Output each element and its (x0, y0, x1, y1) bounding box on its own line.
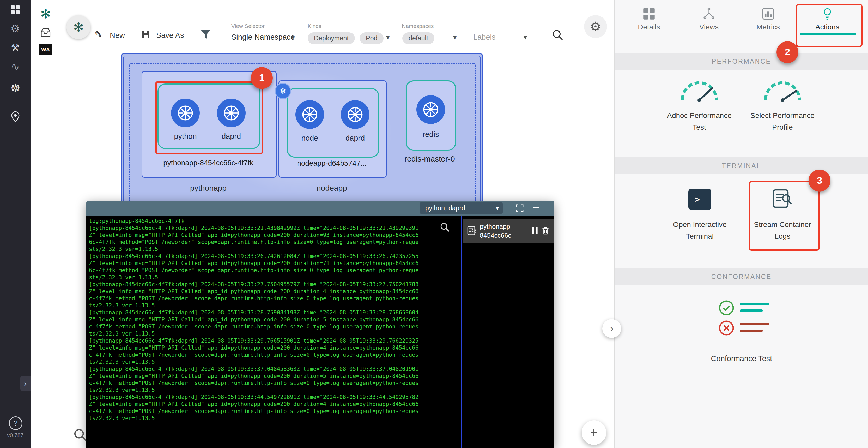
kanvas-flower-button[interactable]: ✻ (66, 15, 91, 39)
add-node-fab[interactable]: + (582, 420, 606, 445)
log-line: ts/2.32.3 ver=1.13.5 (89, 330, 459, 337)
deployment-name-label: pythonapp (142, 184, 275, 192)
dock-collapse-chevron[interactable]: › (602, 319, 621, 338)
lifecycle-gears-icon[interactable]: ⚙ (0, 23, 31, 34)
performance-curve-icon[interactable]: ∿ (0, 61, 31, 72)
pod-box-pythonapp[interactable]: python daprd (157, 84, 260, 149)
log-line: Z" level=info msg="HTTP API Called" app_… (89, 372, 459, 380)
tab-metrics[interactable]: Metrics (737, 3, 799, 35)
log-line: sts/2.32.3 ver=1.13.5 (89, 246, 459, 253)
mesh-wheel-icon[interactable]: ☸ (0, 81, 31, 95)
log-line: 6c-4f7fk method="POST /neworder" scope=d… (89, 239, 459, 246)
pod-box-nodeapp[interactable]: node daprd (287, 88, 379, 158)
stream-item-name: pythonapp-8454cc66c (480, 222, 529, 240)
terminal-minimize-icon[interactable] (533, 207, 539, 208)
container-logs-icon (467, 225, 477, 237)
log-line: Z" level=info msg="HTTP API Called" app_… (89, 232, 459, 239)
log-search-icon[interactable] (440, 222, 450, 233)
log-line: c-4f7fk method="POST /neworder" scope=da… (89, 295, 459, 302)
help-button[interactable]: ? (9, 416, 23, 430)
view-selector-arrow-icon[interactable]: ▾ (291, 33, 294, 41)
log-line: log:pythonapp-8454cc66c-4f7fk (89, 218, 459, 225)
terminal-header[interactable]: python, daprd ▾ (86, 201, 554, 215)
log-line: [pythonapp-8454cc66c-4f7fk:daprd] 2024-0… (89, 394, 459, 401)
terminal-container-select-value: python, daprd (425, 204, 465, 212)
log-line: ts/2.32.3 ver=1.13.5 (89, 302, 459, 309)
log-line: [pythonapp-8454cc66c-4f7fk:daprd] 2024-0… (89, 365, 459, 372)
dapr-sidecar-icon[interactable]: ✻ (275, 83, 291, 99)
kubernetes-wheel-icon (222, 104, 240, 122)
dashboard-grid-icon[interactable] (0, 5, 31, 16)
log-line: [pythonapp-8454cc66c-4f7fk:daprd] 2024-0… (89, 337, 459, 345)
log-line: sts/2.32.3 ver=1.13.5 (89, 274, 459, 281)
log-line: ts/2.32.3 ver=1.13.5 (89, 415, 459, 422)
terminal-container-select[interactable]: python, daprd ▾ (420, 203, 503, 214)
tab-details[interactable]: Details (618, 3, 680, 35)
log-line: Z" level=info msg="HTTP API Called" app_… (89, 288, 459, 295)
pause-stream-icon[interactable] (531, 227, 539, 235)
terminal-select-arrow-icon: ▾ (496, 204, 499, 212)
fail-line (740, 323, 770, 325)
container-node-python[interactable] (171, 99, 200, 127)
location-pin-icon[interactable] (0, 111, 31, 124)
check-circle-icon (718, 300, 735, 316)
log-line: ts/2.32.3 ver=1.13.5 (89, 387, 459, 394)
container-label: python (164, 132, 206, 141)
log-line: 6c-4f7fk method="POST /neworder" scope=d… (89, 267, 459, 274)
annotation-badge-3: 3 (809, 170, 831, 191)
views-branch-icon (703, 7, 715, 20)
kind-chip-pod[interactable]: Pod (360, 32, 383, 44)
kanvas-logo-icon[interactable]: ✻ (31, 6, 61, 21)
kind-chip-deployment[interactable]: Deployment (308, 32, 355, 44)
kinds-arrow-icon[interactable]: ▾ (386, 33, 390, 41)
gauge-icon (677, 78, 721, 103)
stream-list-item-selected[interactable]: pythonapp-8454cc66c (463, 219, 554, 243)
log-output-area[interactable]: log:pythonapp-8454cc66c-4f7fk[pythonapp-… (89, 218, 459, 446)
action-adhoc-performance-test[interactable]: Adhoc Performance Test (667, 110, 732, 133)
labels-select[interactable]: Labels (473, 33, 495, 41)
view-selector-label: View Selector (231, 23, 265, 29)
details-grid-icon (643, 7, 655, 20)
action-conformance-test[interactable]: Conformance Test (689, 354, 794, 363)
gauge-icon (760, 78, 805, 103)
container-node-node[interactable] (296, 100, 324, 129)
annotation-box-3 (749, 181, 820, 251)
terminal-fullscreen-icon[interactable] (516, 204, 524, 213)
terminal-pane-divider[interactable] (461, 215, 462, 448)
filter-funnel-icon[interactable] (200, 29, 211, 41)
namespaces-underline (401, 46, 462, 47)
action-open-interactive-terminal[interactable]: Open Interactive Terminal (667, 219, 733, 242)
wa-extension-icon[interactable]: WA (39, 44, 53, 55)
namespace-chip-default[interactable]: default (402, 32, 434, 44)
log-line: ts/2.32.3 ver=1.13.5 (89, 359, 459, 365)
kubernetes-wheel-icon (422, 101, 440, 118)
canvas-zoom-icon[interactable] (73, 428, 87, 443)
annotation-box-2 (796, 4, 863, 47)
interactive-terminal-icon: >_ (688, 189, 711, 210)
configuration-tools-icon[interactable]: ⚒ (0, 42, 31, 53)
extension-sidebar: ✻ WA (31, 0, 61, 448)
terminal-body: log:pythonapp-8454cc66c-4f7fk[pythonapp-… (86, 215, 554, 448)
left-sidebar: ⚙ ⚒ ∿ ☸ › ? v0.787 (0, 0, 31, 448)
delete-stream-icon[interactable] (541, 226, 550, 235)
annotation-badge-1: 1 (251, 67, 273, 89)
sidebar-expand-button[interactable]: › (20, 376, 31, 391)
log-line: Z" level=info msg="HTTP API Called" app_… (89, 401, 459, 408)
container-node-daprd[interactable] (341, 100, 369, 129)
section-header-terminal: TERMINAL (615, 157, 868, 174)
save-as-button[interactable]: Save As (155, 31, 185, 40)
save-icon (141, 30, 150, 40)
view-selector-underline (230, 46, 300, 47)
archive-icon[interactable] (31, 25, 61, 40)
settings-gear-button[interactable]: ⚙ (584, 15, 607, 38)
labels-arrow-icon[interactable]: ▾ (524, 33, 527, 41)
tab-views[interactable]: Views (678, 3, 740, 35)
action-select-performance-profile[interactable]: Select Performance Profile (750, 110, 815, 133)
namespaces-arrow-icon[interactable]: ▾ (453, 33, 457, 41)
new-button[interactable]: New (108, 31, 126, 40)
search-icon[interactable] (552, 29, 563, 42)
container-node-daprd[interactable] (217, 99, 246, 127)
view-selector-select[interactable]: Single Namespace (231, 33, 294, 41)
pod-box-redis[interactable]: redis (406, 80, 456, 151)
container-node-redis[interactable] (416, 95, 445, 124)
